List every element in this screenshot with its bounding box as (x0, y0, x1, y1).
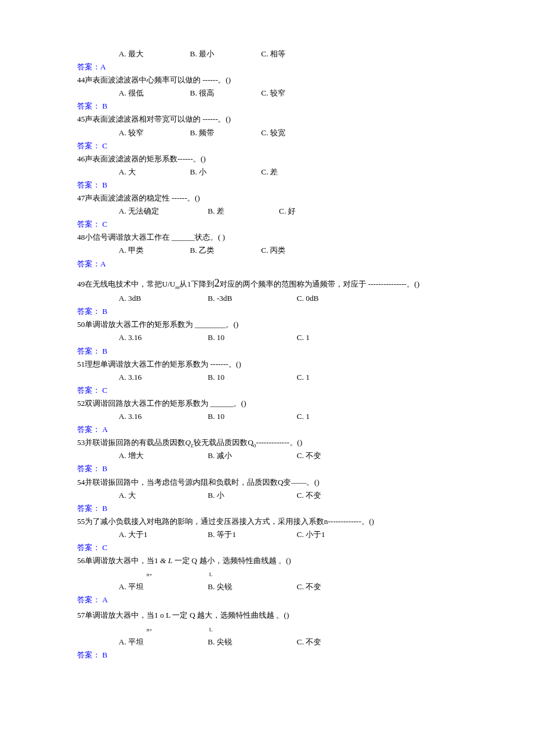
question-block: 57 单调谐放大器中， 当1 o L 一定 Q 越大， n+L 选频特性曲线越 … (77, 609, 469, 661)
question-num: 52 (77, 399, 85, 408)
answer: 答案： B (77, 179, 469, 192)
question-num: 51 (77, 360, 85, 369)
option-b: B. 乙类 (190, 244, 261, 257)
question-num: 56 (77, 554, 85, 567)
big-two: 2 (214, 277, 220, 289)
option-b: B. 小 (208, 489, 297, 502)
question-body: 声表面波滤波器的稳定性 ------。() (85, 193, 200, 202)
option-c: C. 好 (279, 205, 350, 218)
option-a: A. 很低 (119, 87, 190, 100)
question-body: 声表面波滤波器中心频率可以做的 ------。() (85, 75, 231, 84)
question-text: 44声表面波滤波器中心频率可以做的 ------。() (77, 74, 469, 87)
question-text: 55为了减小负载接入对电路的影响，通过变压器接入方式，采用接入系数n------… (77, 515, 469, 528)
answer: 答案： B (77, 649, 469, 662)
q-text-part: 选频特性曲线越 。() (223, 554, 291, 567)
option-b: B. 等于1 (208, 528, 297, 541)
question-num: 44 (77, 75, 85, 84)
answer: 答案： A (77, 423, 469, 436)
option-a: A. 大于1 (119, 528, 208, 541)
question-body: 为了减小负载接入对电路的影响，通过变压器接入方式，采用接入系数n--------… (85, 517, 374, 526)
options-row: A. 增大 B. 减小 C. 不变 (77, 449, 469, 462)
option-a: A. 增大 (119, 449, 208, 462)
option-a: A. 大 (119, 166, 190, 179)
answer: 答案： B (77, 305, 469, 318)
q-text-part: 越大， (195, 611, 220, 620)
options-row: A. 大 B. 小 C. 不变 (77, 489, 469, 502)
q-text-part: 从1下降到 (179, 279, 214, 288)
option-c: C. 丙类 (261, 244, 332, 257)
question-block: 51理想单调谐放大器工作的矩形系数为 -------。() A. 3.16 B.… (77, 358, 469, 397)
question-text: 46声表面波滤波器的矩形系数------。() (77, 153, 469, 166)
question-block: 49在无线电技术中，常把U/Um从1下降到2对应的两个频率的范围称为通频带，对应… (77, 274, 469, 319)
question-block: 50单调谐放大器工作的矩形系数为 ________。() A. 3.16 B. … (77, 318, 469, 357)
options-row: A. 平坦 B. 尖锐 C. 不变 (77, 580, 469, 593)
question-block: 56 单调谐放大器中， 当1 & L 一定 Q 越小， n+L 选频特性曲线越 … (77, 554, 469, 606)
answer: 答案： C (77, 384, 469, 397)
q-text-part: 单调谐放大器中， (85, 609, 147, 622)
option-b: B. 最小 (190, 47, 261, 61)
question-text: 48小信号调谐放大器工作在 ______状态。( ) (77, 231, 469, 244)
q-text-part: 对应的两个频率的范围称为通频带，对应于 ---------------。() (220, 279, 420, 288)
option-c: C. 不变 (297, 580, 368, 593)
q-text-part: 单调谐放大器中， (85, 554, 147, 567)
question-body: 理想单调谐放大器工作的矩形系数为 -------。() (85, 360, 241, 369)
option-a: A. 3.16 (119, 371, 208, 384)
question-text: 50单调谐放大器工作的矩形系数为 ________。() (77, 318, 469, 331)
question-num: 48 (77, 233, 85, 242)
options-row: A. 3.16 B. 10 C. 1 (77, 371, 469, 384)
question-body: 声表面波滤波器相对带宽可以做的 ------。() (85, 115, 231, 123)
option-b: B. 10 (208, 410, 297, 423)
option-b: B. 10 (208, 371, 297, 384)
question-body: 单调谐放大器工作的矩形系数为 ________。() (85, 320, 239, 329)
question-block: 44声表面波滤波器中心频率可以做的 ------。() A. 很低 B. 很高 … (77, 74, 469, 113)
option-c: C. 小于1 (297, 528, 368, 541)
option-b: B. 差 (208, 205, 279, 218)
question-block: 46声表面波滤波器的矩形系数------。() A. 大 B. 小 C. 差 答… (77, 153, 469, 192)
option-c: C. 1 (297, 410, 368, 423)
answer: 答案：A (77, 61, 469, 74)
options-row: A. 最大 B. 最小 C. 相等 (77, 47, 469, 61)
option-b: B. 尖锐 (208, 580, 297, 593)
option-c: C. 不变 (297, 449, 368, 462)
option-a: A. 3.16 (119, 410, 208, 423)
question-body: 声表面波滤波器的矩形系数------。() (85, 154, 206, 163)
option-c: C. 较宽 (261, 126, 332, 139)
option-c: C. 差 (261, 166, 332, 179)
options-row: A. 很低 B. 很高 C. 较窄 (77, 87, 469, 100)
answer: 答案： C (77, 541, 469, 554)
options-row: A. 3.16 B. 10 C. 1 (77, 331, 469, 344)
subscript: n+ (147, 627, 153, 633)
q-text-part: 当1 (147, 556, 160, 565)
q-text-part: 越小， (197, 556, 222, 565)
option-c: C. 较窄 (261, 87, 332, 100)
options-row: A. 3.16 B. 10 C. 1 (77, 410, 469, 423)
options-row: A. 无法确定 B. 差 C. 好 (77, 205, 469, 218)
answer: 答案： C (77, 218, 469, 231)
option-b: B. 小 (190, 166, 261, 179)
question-text: 52双调谐回路放大器工作的矩形系数为 ______。() (77, 397, 469, 410)
question-num: 49 (77, 279, 85, 288)
question-num: 45 (77, 115, 85, 123)
question-text: 51理想单调谐放大器工作的矩形系数为 -------。() (77, 358, 469, 371)
question-block: 55为了减小负载接入对电路的影响，通过变压器接入方式，采用接入系数n------… (77, 515, 469, 554)
q-text-part: 选频特性曲线越 。() (220, 609, 289, 622)
answer: 答案： B (77, 502, 469, 515)
q-text-part: 一定 Q (172, 556, 197, 565)
question-body: 双调谐回路放大器工作的矩形系数为 ______。() (85, 399, 246, 408)
question-text: 53并联谐振回路的有载品质因数QL较无载品质因数Q0-------------。… (77, 436, 469, 449)
question-body: 小信号调谐放大器工作在 ______状态。( ) (85, 233, 225, 242)
question-num: 47 (77, 193, 85, 202)
option-c: C. 0dB (297, 292, 368, 305)
option-c: C. 1 (297, 331, 368, 344)
question-num: 57 (77, 609, 85, 622)
option-c: C. 相等 (261, 47, 332, 61)
question-block: 54并联谐振回路中，当考虑信号源内阻和负载时，品质因数Q变——。() A. 大 … (77, 476, 469, 515)
options-row: A. 甲类 B. 乙类 C. 丙类 (77, 244, 469, 257)
option-b: B. -3dB (208, 292, 297, 305)
option-a: A. 平坦 (119, 636, 208, 649)
options-row: A. 大 B. 小 C. 差 (77, 166, 469, 179)
subscript: n+ (147, 571, 153, 577)
q-text-part: 当1 o L 一定 Q (147, 611, 195, 620)
question-block: 53并联谐振回路的有载品质因数QL较无载品质因数Q0-------------。… (77, 436, 469, 475)
answer: 答案： B (77, 345, 469, 358)
